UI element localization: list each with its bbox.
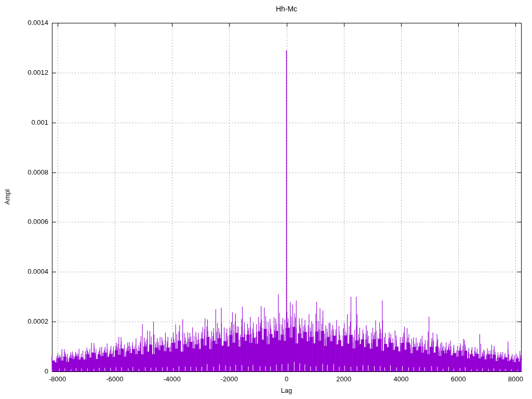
y-tick-label: 0 [0,367,48,376]
x-tick-label: -6000 [91,375,138,383]
y-tick-label: 0.0002 [0,317,48,326]
x-axis-label: Lag [52,387,521,394]
x-tick-label: 6000 [435,375,482,383]
x-tick-label: 4000 [378,375,424,383]
y-tick-label: 0.0004 [0,268,48,276]
x-tick-label: -4000 [149,375,195,383]
y-tick-label: 0.0012 [0,69,48,77]
y-tick-label: 0.001 [0,118,48,127]
x-tick-label: 8000 [492,375,532,383]
x-tick-label: 2000 [321,375,367,383]
y-axis-label: Ampl [4,189,11,205]
x-tick-label: -8000 [34,375,81,383]
chart-title: Hh-Mc [52,5,521,13]
y-tick-label: 0.0014 [0,19,48,27]
x-tick-label: -2000 [206,375,252,383]
y-tick-label: 0.0006 [0,218,48,226]
correlation-chart: Hh-Mc Ampl Lag 00.00020.00040.00060.0008… [0,0,532,399]
plot-area [0,0,532,399]
x-tick-label: 0 [263,375,310,383]
y-tick-label: 0.0008 [0,168,48,177]
